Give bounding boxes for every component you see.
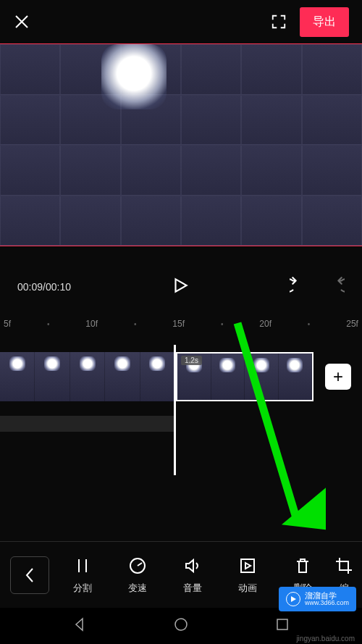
- preview-background: [0, 44, 362, 246]
- tool-label: 音量: [183, 582, 202, 595]
- preview-light: [101, 44, 167, 109]
- clip-track: 1.2s +: [0, 352, 362, 401]
- tool-label: 分割: [73, 582, 92, 595]
- svg-rect-2: [241, 559, 254, 572]
- playback-controls: 00:09/00:10: [0, 258, 362, 316]
- svg-rect-4: [277, 619, 287, 630]
- timeline[interactable]: 1.2s +: [0, 352, 362, 497]
- tool-label: 变速: [128, 582, 147, 595]
- current-time: 00:09: [17, 281, 43, 293]
- playhead[interactable]: [174, 345, 176, 475]
- play-button[interactable]: [171, 276, 190, 298]
- trash-icon: [292, 556, 313, 576]
- speed-icon: [127, 556, 148, 576]
- redo-button[interactable]: [326, 276, 345, 298]
- watermark-url: www.3d66.com: [305, 600, 349, 607]
- fullscreen-icon[interactable]: [271, 14, 287, 30]
- split-icon: [72, 556, 93, 576]
- ruler-mark: 10f: [85, 319, 98, 329]
- clip-duration-badge: 1.2s: [181, 356, 202, 365]
- ruler-mark: 25f: [346, 319, 358, 329]
- watermark-logo-icon: [286, 592, 300, 606]
- nav-recent-icon[interactable]: [274, 616, 290, 635]
- crop-icon: [334, 556, 354, 576]
- header-right: 导出: [271, 7, 349, 37]
- undo-button[interactable]: [290, 276, 308, 298]
- svg-point-3: [175, 619, 187, 630]
- nav-home-icon[interactable]: [173, 616, 189, 635]
- video-clip[interactable]: [0, 352, 176, 401]
- animation-icon: [237, 556, 258, 576]
- tool-volume[interactable]: 音量: [165, 556, 220, 595]
- export-button[interactable]: 导出: [300, 7, 349, 37]
- undo-redo-group: [290, 276, 345, 298]
- timeline-ruler: 5f • 10f • 15f • 20f • 25f: [0, 316, 362, 332]
- video-preview[interactable]: [0, 43, 362, 246]
- video-clip-selected[interactable]: 1.2s: [176, 352, 313, 401]
- tool-speed[interactable]: 变速: [110, 556, 165, 595]
- toolbar-back-button[interactable]: [10, 556, 49, 594]
- total-time: 00:10: [46, 281, 71, 293]
- ruler-mark: 15f: [172, 319, 185, 329]
- header: 导出: [0, 0, 362, 43]
- ruler-mark: 5f: [4, 319, 11, 329]
- tool-animation[interactable]: 动画: [220, 556, 275, 595]
- tool-split[interactable]: 分割: [55, 556, 110, 595]
- add-clip-button[interactable]: +: [325, 364, 351, 390]
- ruler-mark: 20f: [259, 319, 272, 329]
- close-button[interactable]: [13, 13, 30, 30]
- audio-track[interactable]: [0, 416, 174, 432]
- volume-icon: [182, 556, 203, 576]
- footer-credit: jingyan.baidu.com: [296, 635, 355, 643]
- tool-label: 动画: [238, 582, 257, 595]
- nav-back-icon[interactable]: [72, 616, 88, 635]
- watermark: 溜溜自学 www.3d66.com: [279, 587, 356, 611]
- time-display: 00:09/00:10: [17, 281, 71, 293]
